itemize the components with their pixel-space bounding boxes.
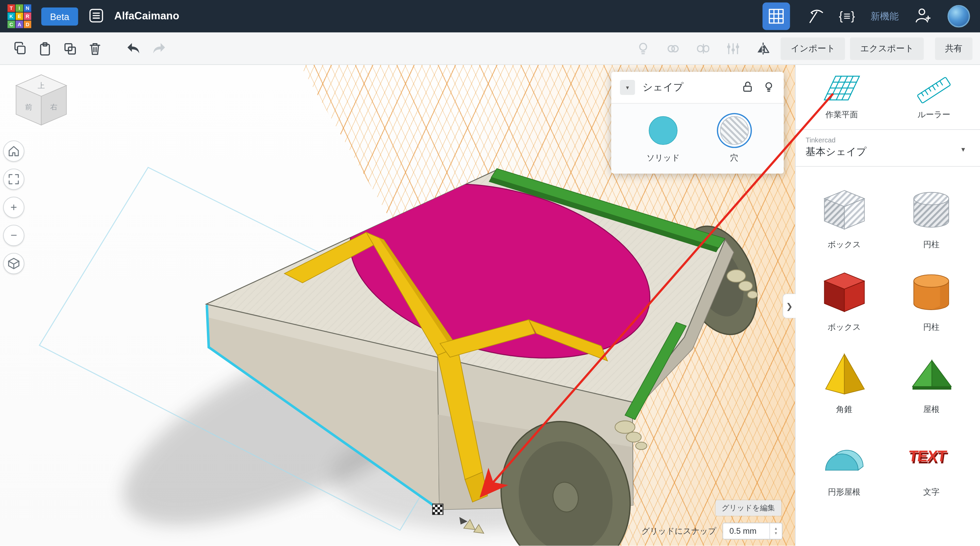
shapes-sidebar: 作業平面 ルーラー Tinkercad 基本シェイプ ▼ [795,65,980,546]
beta-button[interactable]: Beta [41,7,78,25]
shape-item-roof[interactable]: 屋根 [907,350,955,415]
codeblocks-icon: {≡} [839,10,856,23]
view-cube[interactable]: 上 前 右 [11,70,71,130]
undo-icon [126,40,142,56]
minus-icon: − [11,230,17,241]
workplane-tool[interactable]: 作業平面 [795,74,888,121]
shape-item-hole-cylinder[interactable]: 円柱 [907,186,955,251]
shape-label: ボックス [827,322,861,333]
hole-swatch[interactable] [720,116,748,145]
top-bar: T I N K E R C A D Beta AlfaCaimano [0,0,980,33]
add-person-icon [914,6,932,24]
codeblocks-button[interactable]: {≡} [839,10,856,23]
shape-panel-body: ソリッド 穴 [611,103,784,174]
view-controls: + − [3,140,24,274]
shape-label: 文字 [923,487,940,498]
fit-view-button[interactable] [3,168,24,190]
logo-letter: N [24,5,31,12]
home-icon [7,144,21,158]
home-view-button[interactable] [3,140,24,162]
edit-grid-button[interactable]: グリッドを編集 [715,500,781,516]
export-button[interactable]: エクスポート [850,37,924,59]
lock-toggle-button[interactable] [741,80,754,95]
copy-icon [13,41,27,56]
panel-collapse-button[interactable]: ▼ [620,80,635,95]
text-shape-icon: TEXT TEXT [907,433,955,480]
ruler-tool[interactable]: ルーラー [888,74,980,121]
duplicate-icon [63,41,78,56]
design-menu-button[interactable] [88,7,105,25]
ruler-label: ルーラー [917,109,950,121]
lightbulb-icon [636,41,651,56]
plus-icon: + [11,202,17,213]
logo-letter: C [8,21,15,28]
shape-label: 円形屋根 [828,487,861,498]
snap-grid-value: 0.5 mm [723,526,769,536]
undo-button[interactable] [121,36,146,61]
shape-item-round-roof[interactable]: 円形屋根 [821,433,868,498]
shape-item-text[interactable]: TEXT TEXT 文字 [907,433,955,498]
spinner-up-icon: ▲ [774,526,778,531]
chevron-right-icon: ❯ [786,301,793,311]
hole-option[interactable]: 穴 [720,116,748,164]
snap-grid-select[interactable]: 0.5 mm ▲ ▼ [722,522,782,540]
pickaxe-icon [805,6,824,24]
mirror-button[interactable] [751,36,775,61]
shape-label: 角錐 [836,404,853,415]
shape-item-box[interactable]: ボックス [821,268,868,333]
copy-button[interactable] [8,36,32,61]
align-button [721,36,746,61]
snap-grid-label: グリッドにスナップ [641,525,716,537]
group-button [661,36,686,61]
shape-item-hole-box[interactable]: ボックス [821,186,868,251]
zoom-out-button[interactable]: − [3,225,24,246]
shape-library-dropdown[interactable]: Tinkercad 基本シェイプ ▼ [795,130,980,167]
logo-letter: R [24,13,31,20]
perspective-icon [7,257,21,270]
perspective-toggle-button[interactable] [3,253,24,274]
caret-down-icon: ▼ [960,146,966,153]
pyramid-icon [821,350,868,398]
paste-button[interactable] [33,36,57,61]
duplicate-button[interactable] [57,36,82,61]
edit-toolbar: インポート エクスポート 共有 [0,33,980,65]
group-icon [666,41,681,56]
cube-face-right-label: 右 [50,103,57,111]
shape-label: 屋根 [923,404,940,415]
library-name: 基本シェイプ [806,146,970,159]
scale-handle[interactable] [433,504,443,514]
blocks-view-button[interactable] [762,2,790,30]
shape-item-cylinder[interactable]: 円柱 [907,268,955,333]
cube-face-front-label: 前 [25,103,32,111]
tinkercad-app: T I N K E R C A D Beta AlfaCaimano [0,0,980,546]
cube-face-top-label: 上 [38,82,45,89]
share-button[interactable]: 共有 [935,37,972,59]
design-title[interactable]: AlfaCaimano [115,10,179,22]
align-icon [726,41,741,56]
box-icon [821,268,868,316]
sim-lab-button[interactable] [805,6,824,27]
shape-label: 円柱 [923,322,940,333]
logo-letter: I [16,5,23,12]
sidebar-collapse-button[interactable]: ❯ [783,294,796,318]
visibility-toggle-button[interactable] [762,80,775,95]
shape-item-pyramid[interactable]: 角錐 [821,350,868,415]
cylinder-icon [907,268,955,316]
svg-text:TEXT: TEXT [907,448,948,465]
solid-option[interactable]: ソリッド [646,116,680,164]
zoom-in-button[interactable]: + [3,197,24,218]
solid-label: ソリッド [646,152,680,163]
avatar[interactable] [947,5,970,27]
import-button[interactable]: インポート [781,37,845,59]
shape-panel-header: ▼ シェイプ [611,72,784,103]
invite-button[interactable] [914,6,932,27]
solid-swatch[interactable] [649,116,678,145]
lightbulb-icon [762,80,775,93]
snap-spinner[interactable]: ▲ ▼ [769,523,782,539]
tinkercad-logo[interactable]: T I N K E R C A D [8,5,31,28]
delete-button[interactable] [82,36,107,61]
spinner-down-icon: ▼ [774,531,778,536]
new-features-link[interactable]: 新機能 [871,10,899,22]
hole-box-icon [821,186,868,233]
shape-inspector-panel: ▼ シェイプ [611,72,784,173]
